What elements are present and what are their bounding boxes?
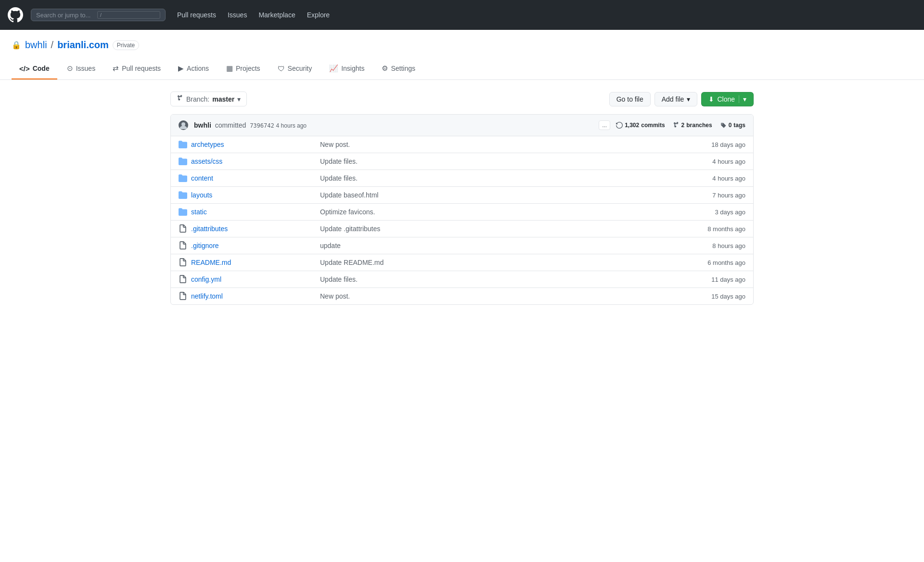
file-time: 3 days ago (668, 209, 745, 216)
repo-separator: / (51, 39, 54, 51)
commits-count: 1,302 (625, 122, 639, 129)
table-row: netlify.tomlNew post.15 days ago (171, 288, 753, 304)
tab-insights[interactable]: 📈 Insights (321, 58, 372, 79)
svg-point-0 (181, 122, 185, 126)
add-file-caret: ▾ (687, 95, 690, 103)
folder-icon (179, 174, 187, 183)
tab-issues-label: Issues (76, 65, 95, 72)
commit-hash[interactable]: 7396742 (250, 122, 274, 129)
search-placeholder: Search or jump to... (36, 12, 93, 19)
tab-actions-label: Actions (187, 65, 209, 72)
file-table: bwhli committed 7396742 4 hours ago ... … (170, 114, 754, 305)
table-row: config.ymlUpdate files.11 days ago (171, 271, 753, 288)
branches-link[interactable]: 2 branches (673, 122, 712, 129)
toolbar: Branch: master ▾ Go to file Add file ▾ ⬇… (170, 91, 754, 106)
commit-info: bwhli committed 7396742 4 hours ago (194, 121, 593, 129)
file-commit-msg: Update files. (320, 275, 665, 283)
add-file-button[interactable]: Add file ▾ (654, 92, 698, 106)
go-to-file-button[interactable]: Go to file (609, 92, 651, 106)
visibility-badge: Private (113, 40, 139, 50)
tab-code[interactable]: </> Code (12, 59, 57, 79)
file-time: 11 days ago (668, 276, 745, 283)
file-icon (179, 224, 187, 233)
file-name[interactable]: layouts (191, 191, 316, 199)
file-icon (179, 275, 187, 284)
file-commit-msg: Update README.md (320, 259, 665, 266)
tags-count: 0 (729, 122, 732, 129)
tab-security[interactable]: 🛡 Security (270, 59, 320, 79)
tab-settings[interactable]: ⚙ Settings (374, 58, 423, 79)
tags-link[interactable]: 0 tags (720, 122, 745, 129)
branch-label: Branch: (186, 95, 209, 103)
file-time: 7 hours ago (668, 192, 745, 199)
table-row: contentUpdate files.4 hours ago (171, 170, 753, 187)
table-row: README.mdUpdate README.md6 months ago (171, 254, 753, 271)
explore-link[interactable]: Explore (307, 11, 330, 19)
projects-icon: ▦ (226, 64, 233, 73)
marketplace-link[interactable]: Marketplace (258, 11, 295, 19)
commit-more-button[interactable]: ... (599, 120, 610, 130)
tab-pull-requests-label: Pull requests (122, 65, 161, 72)
branch-caret-icon: ▾ (237, 95, 241, 103)
branch-git-icon (177, 95, 183, 103)
file-commit-msg: Optimize favicons. (320, 208, 665, 216)
file-name[interactable]: assets/css (191, 157, 316, 165)
file-name[interactable]: archetypes (191, 141, 316, 148)
code-icon: </> (19, 65, 30, 73)
tab-issues[interactable]: ⊙ Issues (59, 58, 103, 79)
folder-icon (179, 208, 187, 216)
commit-row: bwhli committed 7396742 4 hours ago ... … (171, 115, 753, 136)
tab-actions[interactable]: ▶ Actions (170, 58, 217, 79)
nav-links: Pull requests Issues Marketplace Explore (177, 11, 330, 19)
file-name[interactable]: README.md (191, 259, 316, 266)
toolbar-right: Go to file Add file ▾ ⬇ Clone ▾ (609, 92, 754, 106)
file-name[interactable]: netlify.toml (191, 292, 316, 300)
file-time: 6 months ago (668, 259, 745, 266)
repo-owner-link[interactable]: bwhli (25, 39, 47, 51)
tab-pull-requests[interactable]: ⇄ Pull requests (105, 58, 168, 79)
commits-label: commits (641, 122, 665, 129)
file-name[interactable]: .gitignore (191, 242, 316, 249)
commit-author[interactable]: bwhli (194, 121, 211, 129)
branches-label: branches (686, 122, 712, 129)
settings-icon: ⚙ (382, 64, 388, 73)
file-time: 4 hours ago (668, 175, 745, 182)
branch-name: master (212, 95, 234, 103)
repo-name-link[interactable]: brianli.com (57, 39, 109, 51)
actions-icon: ▶ (178, 64, 184, 73)
table-row: layoutsUpdate baseof.html7 hours ago (171, 187, 753, 204)
file-rows: archetypesNew post.18 days agoassets/css… (171, 136, 753, 304)
file-name[interactable]: content (191, 174, 316, 182)
file-name[interactable]: config.yml (191, 275, 316, 283)
issues-link[interactable]: Issues (228, 11, 247, 19)
file-commit-msg: New post. (320, 292, 665, 300)
file-icon (179, 258, 187, 267)
github-logo[interactable] (8, 7, 23, 23)
file-time: 15 days ago (668, 293, 745, 300)
repo-title: 🔒 bwhli / brianli.com Private (12, 39, 912, 51)
commits-link[interactable]: 1,302 commits (616, 122, 665, 129)
commit-author-avatar (179, 120, 188, 130)
clone-icon: ⬇ (708, 95, 714, 103)
file-commit-msg: New post. (320, 141, 665, 148)
insights-icon: 📈 (329, 64, 338, 73)
search-bar[interactable]: Search or jump to... / (31, 9, 166, 21)
file-commit-msg: update (320, 242, 665, 249)
clone-button[interactable]: ⬇ Clone ▾ (701, 92, 754, 106)
tab-code-label: Code (33, 65, 50, 72)
file-time: 18 days ago (668, 141, 745, 148)
file-time: 8 months ago (668, 225, 745, 233)
file-name[interactable]: .gitattributes (191, 225, 316, 233)
file-commit-msg: Update files. (320, 157, 665, 165)
folder-icon (179, 140, 187, 149)
branch-selector[interactable]: Branch: master ▾ (170, 91, 247, 106)
file-icon (179, 241, 187, 250)
file-time: 4 hours ago (668, 158, 745, 165)
tab-projects[interactable]: ▦ Projects (218, 58, 268, 79)
file-name[interactable]: static (191, 208, 316, 216)
file-commit-msg: Update files. (320, 174, 665, 182)
clone-caret: ▾ (739, 95, 746, 103)
folder-icon (179, 157, 187, 166)
file-commit-msg: Update baseof.html (320, 191, 665, 199)
pull-requests-link[interactable]: Pull requests (177, 11, 216, 19)
